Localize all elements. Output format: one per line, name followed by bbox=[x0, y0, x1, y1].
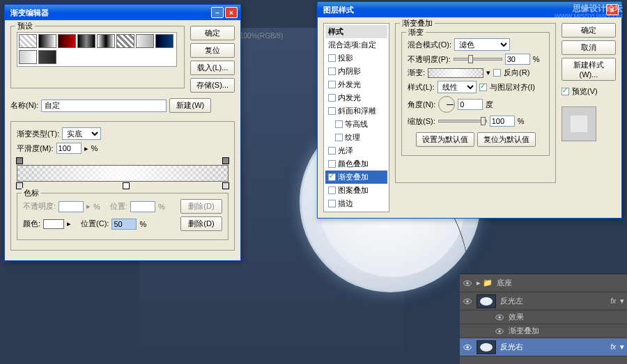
close-icon[interactable]: × bbox=[225, 7, 238, 18]
name-input[interactable] bbox=[41, 100, 167, 112]
preset-swatch[interactable] bbox=[155, 34, 173, 48]
style-item[interactable]: 投影 bbox=[325, 52, 387, 65]
style-item[interactable]: 纹理 bbox=[325, 131, 387, 144]
load-button[interactable]: 载入(L)... bbox=[190, 61, 235, 75]
ok-button[interactable]: 确定 bbox=[562, 23, 616, 38]
style-item[interactable]: 内发光 bbox=[325, 91, 387, 104]
style-checkbox[interactable] bbox=[328, 187, 336, 194]
color-stop[interactable] bbox=[123, 182, 130, 189]
new-button[interactable]: 新建(W) bbox=[169, 98, 211, 113]
layer-name: 反光左 bbox=[500, 296, 523, 306]
save-button[interactable]: 存储(S)... bbox=[190, 78, 235, 93]
dropdown-icon[interactable]: ▾ bbox=[486, 68, 490, 77]
delete-button[interactable]: 删除(D) bbox=[180, 216, 222, 231]
preset-swatch[interactable] bbox=[38, 50, 56, 64]
blend-options-item[interactable]: 混合选项:自定 bbox=[325, 38, 387, 52]
visibility-icon[interactable] bbox=[495, 326, 504, 336]
opacity-slider[interactable] bbox=[454, 58, 502, 61]
style-checkbox[interactable] bbox=[335, 120, 343, 128]
blend-mode-select[interactable]: 滤色 bbox=[454, 38, 510, 51]
style-item[interactable]: 描边 bbox=[325, 197, 387, 210]
titlebar[interactable]: 渐变编辑器 – × bbox=[5, 5, 240, 20]
angle-label: 角度(N): bbox=[408, 100, 435, 110]
new-style-button[interactable]: 新建样式(W)... bbox=[562, 58, 616, 81]
preset-swatch[interactable] bbox=[97, 34, 115, 48]
layer-group[interactable]: ▸ 📁 底座 bbox=[460, 274, 627, 292]
layers-panel: ▸ 📁 底座 反光左 fx ▾ 效果 渐变叠加 反光右 fx ▾ bbox=[460, 274, 627, 364]
minimize-icon[interactable]: – bbox=[211, 7, 224, 18]
set-default-button[interactable]: 设置为默认值 bbox=[416, 132, 474, 147]
style-checkbox[interactable] bbox=[328, 160, 336, 168]
style-label: 外发光 bbox=[338, 79, 361, 90]
preset-swatch[interactable] bbox=[38, 34, 56, 48]
opacity-label: 不透明度: bbox=[23, 201, 56, 212]
smooth-input[interactable] bbox=[56, 143, 82, 154]
style-checkbox[interactable] bbox=[328, 200, 336, 207]
preset-swatch[interactable] bbox=[136, 34, 154, 48]
fx-badge[interactable]: fx bbox=[610, 297, 616, 305]
layer-style-dialog: 图层样式 × 样式 混合选项:自定 投影内阴影外发光内发光斜面和浮雕等高线纹理光… bbox=[317, 1, 622, 219]
color-swatch[interactable] bbox=[43, 219, 64, 229]
visibility-icon[interactable] bbox=[463, 342, 472, 352]
style-item[interactable]: 等高线 bbox=[325, 118, 387, 131]
fx-badge[interactable]: fx bbox=[610, 343, 616, 351]
opacity-stop[interactable] bbox=[222, 157, 229, 164]
style-item[interactable]: 图案叠加 bbox=[325, 184, 387, 197]
triangle-icon[interactable]: ▸ bbox=[67, 219, 71, 228]
scale-slider[interactable] bbox=[438, 120, 487, 122]
effect-name: 渐变叠加 bbox=[509, 326, 539, 336]
style-label: 图案叠加 bbox=[338, 185, 369, 196]
visibility-icon[interactable] bbox=[463, 296, 472, 306]
visibility-icon[interactable] bbox=[463, 278, 472, 288]
style-checkbox[interactable] bbox=[328, 68, 336, 75]
opacity-stop[interactable] bbox=[16, 157, 23, 164]
triangle-icon[interactable]: ▸ bbox=[84, 144, 88, 153]
align-checkbox[interactable] bbox=[479, 84, 487, 91]
pos2-input[interactable] bbox=[111, 219, 137, 230]
ok-button[interactable]: 确定 bbox=[190, 26, 235, 40]
reset-default-button[interactable]: 复位为默认值 bbox=[477, 132, 536, 147]
style-item[interactable]: 渐变叠加 bbox=[325, 171, 387, 184]
gradient-swatch[interactable] bbox=[428, 68, 483, 78]
style-checkbox[interactable] bbox=[328, 147, 336, 155]
angle-control[interactable] bbox=[438, 96, 455, 113]
preset-list[interactable] bbox=[17, 32, 177, 67]
style-item[interactable]: 颜色叠加 bbox=[325, 157, 387, 171]
styles-header[interactable]: 样式 bbox=[325, 25, 387, 38]
style-item[interactable]: 内阴影 bbox=[325, 65, 387, 78]
preview-checkbox[interactable] bbox=[562, 88, 569, 95]
cancel-button[interactable]: 取消 bbox=[562, 40, 616, 55]
preset-swatch[interactable] bbox=[19, 50, 37, 64]
style-checkbox[interactable] bbox=[328, 107, 336, 115]
preset-swatch[interactable] bbox=[116, 34, 134, 48]
style-item[interactable]: 光泽 bbox=[325, 144, 387, 157]
effect-item[interactable]: 渐变叠加 bbox=[460, 324, 627, 338]
preset-swatch[interactable] bbox=[77, 34, 95, 48]
opacity-input[interactable] bbox=[505, 54, 530, 65]
style-item[interactable]: 斜面和浮雕 bbox=[325, 104, 387, 118]
style-checkbox[interactable] bbox=[328, 81, 336, 88]
reset-button[interactable]: 复位 bbox=[190, 43, 235, 58]
scale-input[interactable] bbox=[490, 116, 515, 127]
color-stop[interactable] bbox=[222, 182, 229, 189]
style-checkbox[interactable] bbox=[328, 173, 336, 181]
angle-input[interactable] bbox=[458, 99, 483, 110]
preset-swatch[interactable] bbox=[19, 34, 37, 48]
layer-row[interactable]: 反光右 fx ▾ bbox=[460, 338, 627, 356]
type-select[interactable]: 实底 bbox=[62, 127, 101, 140]
chevron-down-icon[interactable]: ▾ bbox=[620, 342, 624, 351]
svg-point-1 bbox=[466, 282, 469, 285]
visibility-icon[interactable] bbox=[495, 312, 504, 322]
preset-swatch[interactable] bbox=[58, 34, 76, 48]
reverse-checkbox[interactable] bbox=[493, 69, 501, 77]
opacity-input bbox=[59, 201, 84, 212]
layer-row[interactable]: 反光左 fx ▾ bbox=[460, 292, 627, 310]
style-checkbox[interactable] bbox=[328, 94, 336, 102]
chevron-down-icon[interactable]: ▾ bbox=[620, 296, 624, 306]
gradient-bar[interactable] bbox=[17, 165, 229, 182]
style-select[interactable]: 线性 bbox=[438, 81, 477, 93]
effects-row[interactable]: 效果 bbox=[460, 310, 627, 324]
style-item[interactable]: 外发光 bbox=[325, 78, 387, 91]
style-checkbox[interactable] bbox=[335, 134, 343, 141]
style-checkbox[interactable] bbox=[328, 54, 336, 62]
